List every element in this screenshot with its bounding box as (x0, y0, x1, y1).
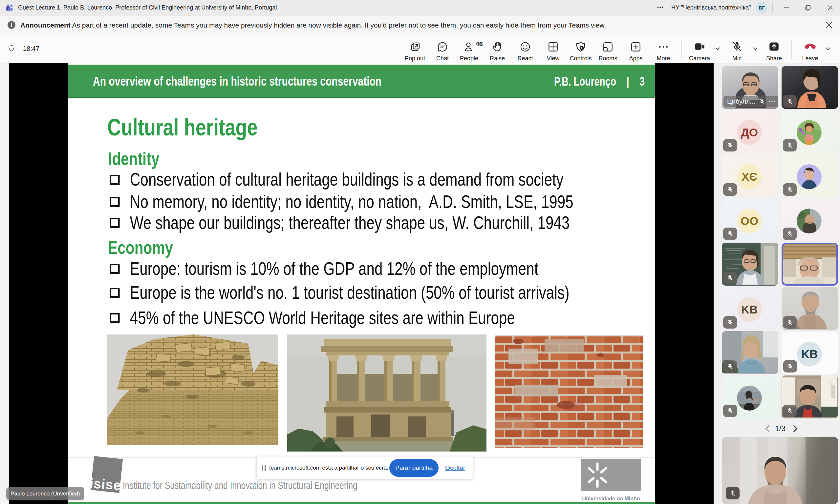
svg-text:T: T (7, 7, 9, 11)
